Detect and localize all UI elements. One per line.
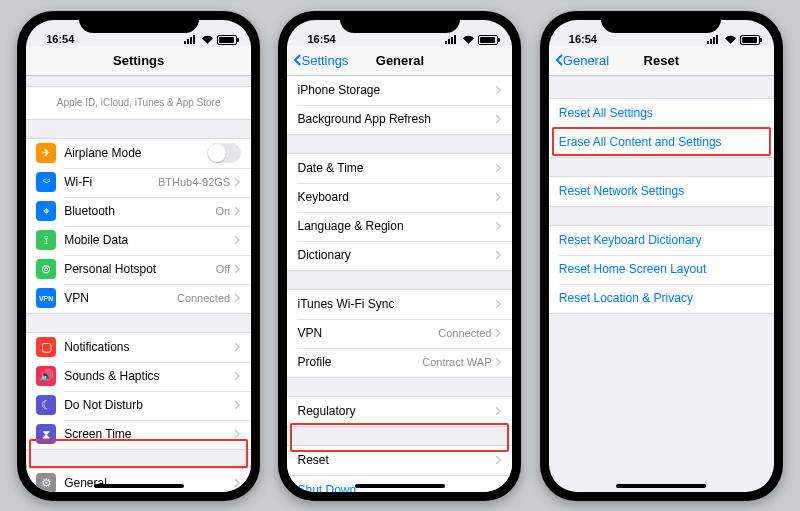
row-iphone-storage[interactable]: iPhone Storage: [287, 76, 512, 105]
page-title: Settings: [113, 53, 164, 68]
navbar: Settings General: [287, 46, 512, 76]
row-vpn[interactable]: VPNConnected: [287, 319, 512, 348]
status-bar: 16:54: [549, 20, 774, 46]
row-language-region[interactable]: Language & Region: [287, 212, 512, 241]
chevron-right-icon: [495, 163, 502, 173]
row-reset-all-settings[interactable]: Reset All Settings: [549, 99, 774, 128]
chevron-right-icon: [234, 206, 241, 216]
chevron-right-icon: [234, 264, 241, 274]
battery-icon: [740, 35, 760, 45]
row-label: Language & Region: [297, 219, 495, 233]
page-title: Reset: [644, 53, 679, 68]
row-label: iTunes Wi-Fi Sync: [297, 297, 495, 311]
battery-icon: [478, 35, 498, 45]
chevron-right-icon: [234, 400, 241, 410]
row-label: Personal Hotspot: [64, 262, 216, 276]
row-label: Airplane Mode: [64, 146, 207, 160]
row-screen-time[interactable]: ⧗Screen Time: [26, 420, 251, 449]
home-indicator[interactable]: [94, 484, 184, 488]
row-do-not-disturb[interactable]: ☾Do Not Disturb: [26, 391, 251, 420]
row-value: Contract WAP: [422, 356, 491, 368]
wifi-status-icon: [201, 35, 214, 45]
sounds-icon: 🔊: [36, 366, 56, 386]
row-notifications[interactable]: ▢Notifications: [26, 333, 251, 362]
row-label: Keyboard: [297, 190, 495, 204]
row-label: Erase All Content and Settings: [559, 135, 764, 149]
row-label: VPN: [64, 291, 177, 305]
status-bar: 16:54: [287, 20, 512, 46]
row-label: Notifications: [64, 340, 234, 354]
chevron-right-icon: [495, 114, 502, 124]
cellular-icon: [445, 35, 459, 44]
row-label: Reset Location & Privacy: [559, 291, 764, 305]
row-wi-fi[interactable]: ⌔Wi-FiBTHub4-92GS: [26, 168, 251, 197]
airplane-icon: ✈︎: [36, 143, 56, 163]
general-icon: ⚙︎: [36, 473, 56, 492]
battery-icon: [217, 35, 237, 45]
row-personal-hotspot[interactable]: ⊚Personal HotspotOff: [26, 255, 251, 284]
screentime-icon: ⧗: [36, 424, 56, 444]
phone-general: 16:54 Settings General iPhone StorageBac…: [278, 11, 521, 501]
navbar: Settings: [26, 46, 251, 76]
row-value: Connected: [177, 292, 230, 304]
row-reset-keyboard-dictionary[interactable]: Reset Keyboard Dictionary: [549, 226, 774, 255]
row-value: Connected: [438, 327, 491, 339]
row-mobile-data[interactable]: ⟟Mobile Data: [26, 226, 251, 255]
row-reset-home-screen-layout[interactable]: Reset Home Screen Layout: [549, 255, 774, 284]
row-background-app-refresh[interactable]: Background App Refresh: [287, 105, 512, 134]
phone-reset: 16:54 General Reset Reset All SettingsEr…: [540, 11, 783, 501]
chevron-right-icon: [234, 342, 241, 352]
row-airplane-mode[interactable]: ✈︎Airplane Mode: [26, 139, 251, 168]
chevron-right-icon: [234, 478, 241, 488]
chevron-right-icon: [234, 177, 241, 187]
row-label: Wi-Fi: [64, 175, 158, 189]
back-button[interactable]: General: [555, 53, 609, 68]
status-time: 16:54: [301, 33, 335, 45]
row-date-time[interactable]: Date & Time: [287, 154, 512, 183]
chevron-right-icon: [234, 371, 241, 381]
hotspot-icon: ⊚: [36, 259, 56, 279]
antenna-icon: ⟟: [36, 230, 56, 250]
home-indicator[interactable]: [616, 484, 706, 488]
home-indicator[interactable]: [355, 484, 445, 488]
signin-row[interactable]: Apple ID, iCloud, iTunes & App Store: [26, 87, 251, 119]
triptych: 16:54 Settings Apple ID, iCloud, iTunes …: [0, 0, 800, 511]
vpn-icon: VPN: [36, 288, 56, 308]
row-reset[interactable]: Reset: [287, 446, 512, 475]
status-bar: 16:54: [26, 20, 251, 46]
row-label: Reset Home Screen Layout: [559, 262, 764, 276]
back-button[interactable]: Settings: [293, 53, 348, 68]
navbar: General Reset: [549, 46, 774, 76]
row-erase-all-content-and-settings[interactable]: Erase All Content and Settings: [549, 128, 774, 157]
row-itunes-wi-fi-sync[interactable]: iTunes Wi-Fi Sync: [287, 290, 512, 319]
page-title: General: [376, 53, 424, 68]
row-sounds-haptics[interactable]: 🔊Sounds & Haptics: [26, 362, 251, 391]
chevron-right-icon: [495, 250, 502, 260]
wifi-status-icon: [724, 35, 737, 45]
chevron-right-icon: [234, 235, 241, 245]
dnd-icon: ☾: [36, 395, 56, 415]
row-label: Profile: [297, 355, 422, 369]
row-general[interactable]: ⚙︎General: [26, 469, 251, 492]
chevron-right-icon: [495, 221, 502, 231]
row-label: Reset All Settings: [559, 106, 764, 120]
row-regulatory[interactable]: Regulatory: [287, 397, 512, 426]
row-bluetooth[interactable]: ⌖BluetoothOn: [26, 197, 251, 226]
toggle-switch[interactable]: [207, 143, 241, 163]
row-reset-location-privacy[interactable]: Reset Location & Privacy: [549, 284, 774, 313]
row-vpn[interactable]: VPNVPNConnected: [26, 284, 251, 313]
row-label: Regulatory: [297, 404, 495, 418]
row-reset-network-settings[interactable]: Reset Network Settings: [549, 177, 774, 206]
row-dictionary[interactable]: Dictionary: [287, 241, 512, 270]
wifi-status-icon: [462, 35, 475, 45]
cellular-icon: [184, 35, 198, 44]
row-label: Reset: [297, 453, 495, 467]
row-label: Date & Time: [297, 161, 495, 175]
chevron-right-icon: [495, 406, 502, 416]
chevron-right-icon: [495, 328, 502, 338]
row-keyboard[interactable]: Keyboard: [287, 183, 512, 212]
row-profile[interactable]: ProfileContract WAP: [287, 348, 512, 377]
row-label: Dictionary: [297, 248, 495, 262]
chevron-right-icon: [495, 192, 502, 202]
cellular-icon: [707, 35, 721, 44]
